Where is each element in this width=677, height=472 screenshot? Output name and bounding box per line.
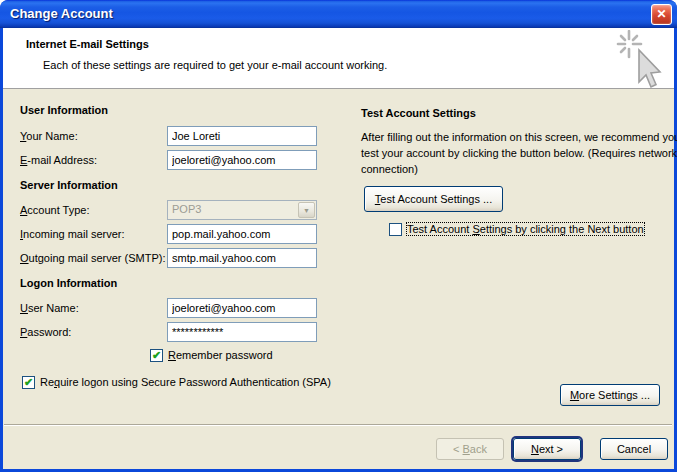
email-address-field[interactable] bbox=[167, 150, 317, 170]
test-by-next-label[interactable]: Test Account Settings by clicking the Ne… bbox=[407, 223, 644, 235]
cursor-sparkle-icon bbox=[615, 30, 671, 94]
change-account-dialog: Change Account ✕ Internet E-mail Setting… bbox=[0, 0, 677, 472]
section-logon-information: Logon Information bbox=[20, 277, 117, 289]
password-label: Password: bbox=[20, 326, 71, 338]
outgoing-server-field[interactable] bbox=[167, 248, 317, 268]
email-address-label: E-mail Address: bbox=[20, 154, 97, 166]
dialog-body: Internet E-mail Settings Each of these s… bbox=[3, 28, 674, 469]
cancel-button[interactable]: Cancel bbox=[600, 438, 668, 460]
spa-label[interactable]: Require logon using Secure Password Auth… bbox=[40, 376, 331, 388]
user-name-label: User Name: bbox=[20, 302, 79, 314]
your-name-label: Your Name: bbox=[20, 130, 78, 142]
test-account-settings-button[interactable]: Test Account Settings ... bbox=[364, 186, 503, 212]
back-button: < Back bbox=[436, 438, 504, 460]
account-type-dropdown: POP3 ▼ bbox=[167, 200, 317, 220]
user-name-field[interactable] bbox=[167, 298, 317, 318]
next-button[interactable]: Next > bbox=[513, 438, 581, 460]
account-type-label: Account Type: bbox=[20, 204, 90, 216]
remember-password-label[interactable]: Remember password bbox=[168, 349, 273, 361]
section-server-information: Server Information bbox=[20, 179, 118, 191]
incoming-server-field[interactable] bbox=[167, 224, 317, 244]
test-description: After filling out the information on thi… bbox=[361, 129, 677, 177]
close-icon[interactable]: ✕ bbox=[651, 4, 672, 25]
footer-divider bbox=[4, 424, 672, 426]
account-type-value: POP3 bbox=[172, 203, 201, 215]
password-field[interactable] bbox=[167, 322, 317, 342]
remember-password-checkbox[interactable]: ✔ bbox=[150, 349, 163, 362]
outgoing-server-label: Outgoing mail server (SMTP): bbox=[20, 252, 166, 264]
spa-checkbox[interactable]: ✔ bbox=[22, 376, 35, 389]
titlebar[interactable]: Change Account ✕ bbox=[0, 0, 677, 28]
more-settings-button[interactable]: More Settings ... bbox=[560, 384, 660, 406]
incoming-server-label: Incoming mail server: bbox=[20, 228, 125, 240]
page-title: Internet E-mail Settings bbox=[26, 38, 149, 50]
section-user-information: User Information bbox=[20, 104, 108, 116]
your-name-field[interactable] bbox=[167, 126, 317, 146]
header-band: Internet E-mail Settings Each of these s… bbox=[3, 28, 674, 89]
window-title: Change Account bbox=[10, 0, 113, 28]
page-subtitle: Each of these settings are required to g… bbox=[43, 59, 387, 71]
test-by-next-checkbox[interactable] bbox=[389, 223, 402, 236]
chevron-down-icon: ▼ bbox=[298, 202, 315, 218]
section-test-account-settings: Test Account Settings bbox=[361, 107, 476, 119]
